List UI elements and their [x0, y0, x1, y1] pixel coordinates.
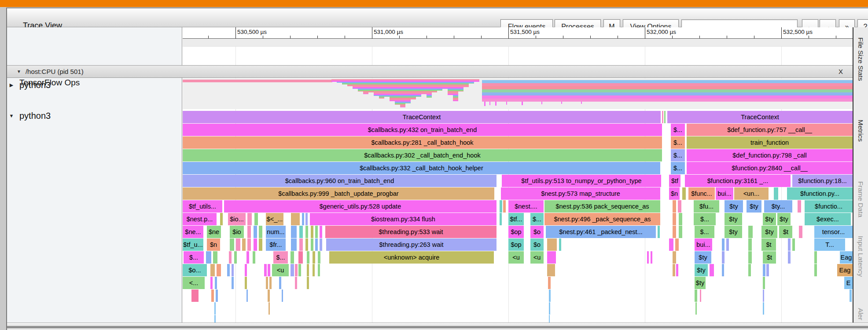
flame-segment[interactable]: $ne... — [183, 226, 203, 238]
flame-segment[interactable]: $ty — [725, 226, 742, 238]
flame-segment[interactable]: Eag — [840, 251, 853, 264]
flame-segment[interactable]: $... — [671, 149, 685, 161]
flame-segment[interactable] — [259, 226, 262, 238]
flame-segment[interactable]: $... — [671, 162, 685, 174]
flame-segment[interactable] — [232, 264, 234, 276]
flame-segment[interactable]: $fr... — [266, 238, 286, 251]
flame-segment[interactable]: $nest.py:461 _packed_nest... — [546, 226, 656, 238]
flame-segment[interactable] — [318, 251, 320, 264]
flame-segment[interactable] — [763, 290, 764, 302]
flame-segment[interactable] — [291, 251, 294, 264]
flame-segment[interactable] — [679, 213, 682, 225]
flame-segment[interactable] — [549, 302, 550, 315]
sidebar-item-python3-collapsed[interactable]: ▶ python3 — [7, 78, 182, 92]
flame-segment[interactable] — [210, 264, 215, 276]
flame-segment[interactable] — [246, 290, 248, 302]
flame-segment[interactable] — [291, 213, 300, 225]
flame-segment[interactable] — [217, 264, 221, 276]
flame-segment[interactable] — [227, 264, 230, 276]
flame-segment[interactable]: $ty — [777, 213, 791, 225]
flame-segment[interactable] — [722, 264, 724, 276]
time-ruler[interactable]: 530,500 µs531,000 µs531,500 µs532,000 µs… — [183, 27, 853, 39]
flame-segment[interactable] — [268, 264, 270, 276]
flame-segment[interactable] — [295, 277, 297, 289]
flame-segment[interactable] — [313, 264, 315, 276]
flame-segment[interactable] — [673, 200, 676, 213]
flame-segment[interactable]: $exec... — [805, 213, 851, 225]
rail-tab-aler[interactable]: Aler — [857, 308, 864, 320]
flame-segment[interactable] — [315, 238, 318, 251]
flame-segment[interactable] — [547, 251, 556, 264]
flame-segment[interactable]: $ty — [763, 213, 776, 225]
flame-segment[interactable] — [307, 251, 309, 264]
flame-segment[interactable] — [247, 226, 251, 238]
flame-segment[interactable]: $n — [207, 238, 220, 251]
flame-segment[interactable] — [682, 187, 686, 200]
flame-segment[interactable] — [298, 264, 301, 276]
flame-segment[interactable] — [748, 251, 752, 264]
flame-segment[interactable] — [269, 277, 272, 289]
rail-tab-metrics[interactable]: Metrics — [857, 120, 864, 142]
flame-segment[interactable]: $ty — [695, 251, 711, 264]
flame-segment[interactable] — [215, 277, 217, 289]
flame-segment[interactable]: $tf_utils... — [183, 200, 222, 213]
flame-segment[interactable]: tensor... — [814, 226, 853, 238]
flame-segment[interactable] — [763, 264, 765, 276]
flame-segment[interactable]: $ty — [695, 277, 706, 289]
chevron-right-icon[interactable]: ▶ — [7, 82, 16, 88]
flame-segment[interactable] — [295, 264, 298, 276]
flame-segment[interactable]: $callbacks.py:999 _batch_update_progbar — [183, 187, 494, 200]
flame-segment[interactable] — [503, 200, 506, 213]
flame-segment[interactable]: bui... — [716, 187, 733, 200]
flame-segment[interactable]: $functio... — [805, 200, 853, 213]
flame-segment[interactable] — [313, 251, 315, 264]
flame-segment[interactable]: $def_function.py:798 _call — [687, 149, 853, 161]
flame-segment[interactable]: $op — [508, 238, 524, 251]
flame-segment[interactable]: TraceContext — [667, 111, 853, 123]
flame-segment[interactable] — [242, 238, 246, 251]
flame-segment[interactable] — [214, 302, 216, 315]
flame-segment[interactable]: $t — [761, 238, 776, 251]
flame-segment[interactable]: $... — [671, 124, 685, 136]
flame-segment[interactable] — [748, 264, 751, 276]
flame-segment[interactable] — [664, 111, 666, 123]
flame-segment[interactable] — [291, 264, 294, 276]
flame-segment[interactable] — [307, 264, 309, 276]
flame-segment[interactable]: $n — [669, 187, 680, 200]
sidebar-item-python3-expanded[interactable]: ▼ python3 — [7, 109, 182, 122]
flame-segment[interactable]: $tf_u... — [183, 238, 203, 251]
flame-segment[interactable] — [206, 251, 211, 264]
flame-segment[interactable] — [279, 277, 281, 289]
flame-segment[interactable] — [282, 290, 283, 302]
flame-segment[interactable]: $... — [184, 251, 204, 264]
flame-segment[interactable] — [302, 213, 304, 225]
flame-segment[interactable] — [291, 238, 297, 251]
flame-segment[interactable] — [722, 238, 725, 251]
flame-segment[interactable]: $iostream.py:334 flush — [310, 213, 497, 225]
flame-segment[interactable] — [799, 226, 802, 238]
flame-segment[interactable] — [559, 238, 561, 251]
flame-segment[interactable] — [549, 290, 551, 302]
flame-segment[interactable] — [232, 277, 234, 289]
flame-segment[interactable] — [676, 264, 678, 276]
flame-segment[interactable] — [299, 226, 303, 238]
flame-segment[interactable] — [651, 251, 652, 264]
flame-segment[interactable]: <u — [272, 264, 289, 276]
flame-segment[interactable]: $... — [694, 213, 716, 225]
flame-segment[interactable]: $callbacks.py:332 _call_batch_hook_helpe… — [183, 162, 660, 174]
flame-segment[interactable] — [307, 277, 309, 289]
flame-segment[interactable] — [695, 290, 697, 302]
flame-segment[interactable]: $io... — [228, 213, 246, 225]
flame-segment[interactable] — [191, 290, 199, 302]
flame-segment[interactable] — [291, 226, 297, 238]
flame-segment[interactable]: train_function — [687, 136, 853, 149]
flame-segment[interactable] — [259, 238, 262, 251]
flame-segment[interactable] — [264, 264, 267, 276]
flame-segment[interactable]: $ty — [761, 226, 777, 238]
flame-segment[interactable]: $threading.py:263 wait — [326, 238, 497, 251]
flame-segment[interactable]: $callbacks.py:432 on_train_batch_end — [183, 124, 662, 136]
close-icon[interactable]: X — [839, 68, 843, 75]
flame-segment[interactable]: $ty — [747, 200, 761, 213]
flame-segment[interactable] — [315, 226, 318, 238]
flame-segment[interactable] — [763, 277, 765, 289]
